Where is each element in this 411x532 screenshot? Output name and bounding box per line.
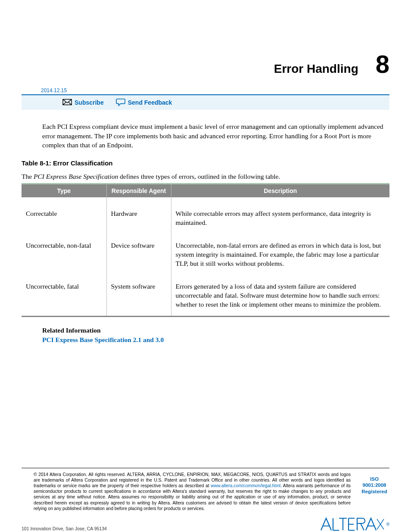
col-header-type: Type — [22, 184, 106, 198]
chapter-title: Error Handling — [274, 62, 358, 76]
page-footer: © 2014 Altera Corporation. All rights re… — [22, 468, 389, 532]
subscribe-label: Subscribe — [75, 99, 104, 106]
col-header-desc: Description — [171, 184, 389, 198]
altera-logo: ® — [320, 517, 389, 531]
col-header-agent: Responsible Agent — [106, 184, 171, 198]
feedback-link[interactable]: Send Feedback — [116, 98, 172, 108]
iso-badge[interactable]: ISO 9001:2008 Registered — [359, 472, 389, 495]
table-row: Uncorrectable, fatal System software Err… — [22, 275, 389, 317]
legal-link[interactable]: www.altera.com/common/legal.html — [211, 483, 280, 488]
table-caption: Table 8-1: Error Classification — [22, 159, 389, 167]
speech-bubble-icon — [116, 98, 125, 108]
date-link[interactable]: 2014.12.15 — [41, 87, 389, 93]
chapter-number: 8 — [376, 52, 389, 77]
intro-paragraph: Each PCI Express compliant device must i… — [42, 122, 389, 150]
table-row: Uncorrectable, non-fatal Device software… — [22, 234, 389, 275]
registered-mark: ® — [386, 522, 389, 527]
action-bar: Subscribe Send Feedback — [22, 94, 389, 110]
related-information: Related Information PCI Express Base Spe… — [42, 327, 389, 344]
subscribe-link[interactable]: Subscribe — [62, 98, 104, 108]
chapter-header: Error Handling 8 — [22, 52, 389, 77]
related-heading: Related Information — [42, 327, 389, 334]
envelope-icon — [62, 98, 72, 108]
error-classification-table: Type Responsible Agent Description Corre… — [22, 183, 389, 317]
table-row: Correctable Hardware While correctable e… — [22, 197, 389, 234]
feedback-label: Send Feedback — [128, 99, 172, 106]
table-intro: The PCI Express Base Specification defin… — [22, 173, 389, 180]
copyright-symbol: © — [34, 472, 37, 477]
related-link[interactable]: PCI Express Base Specification 2.1 and 3… — [42, 336, 389, 344]
legal-text: © 2014 Altera Corporation. All rights re… — [22, 472, 351, 511]
company-address: 101 Innovation Drive, San Jose, CA 95134 — [22, 526, 107, 531]
